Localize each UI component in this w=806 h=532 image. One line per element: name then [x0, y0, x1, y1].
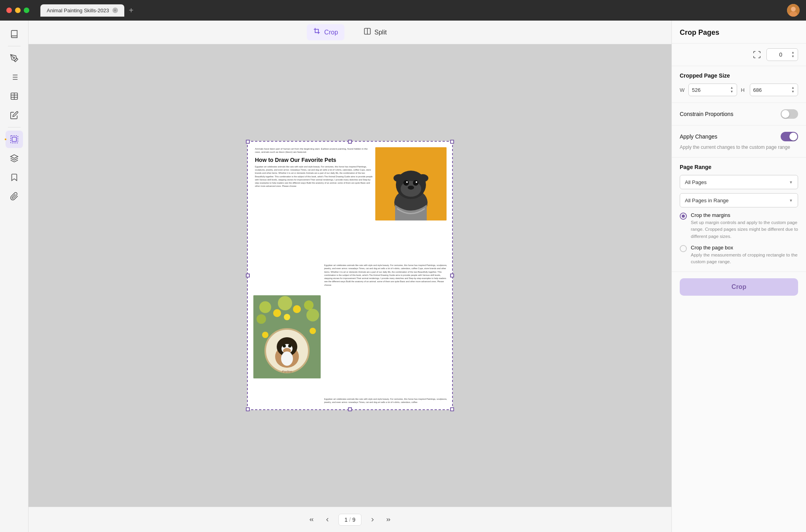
tab-close-button[interactable]: ×: [112, 8, 118, 13]
page-range-dropdown1[interactable]: All Pages ▼: [680, 175, 798, 189]
stepper-up[interactable]: ▲: [791, 51, 795, 54]
constrain-proportions-toggle[interactable]: [781, 109, 798, 119]
svg-rect-14: [10, 136, 17, 143]
sidebar-item-layers[interactable]: [6, 150, 23, 167]
apply-changes-toggle[interactable]: [781, 132, 798, 141]
svg-point-23: [403, 180, 409, 186]
pdf-page: Animals have been part of human art from…: [247, 141, 453, 410]
document-view: Animals have been part of human art from…: [29, 44, 671, 507]
apply-changes-section: Apply Changes Apply the current changes …: [672, 125, 806, 158]
crop-margins-radio[interactable]: [680, 213, 687, 220]
last-page-button[interactable]: [380, 512, 396, 528]
width-stepper-up[interactable]: ▲: [730, 86, 734, 89]
page-offset-input[interactable]: 0 ▲ ▼: [766, 48, 798, 61]
dropdown1-value: All Pages: [685, 179, 707, 185]
height-stepper[interactable]: ▲ ▼: [791, 86, 795, 93]
apply-changes-row: Apply Changes: [680, 132, 798, 141]
traffic-lights: [6, 8, 29, 13]
crop-margins-option[interactable]: Crop the margins Set up margin controls …: [680, 212, 798, 240]
height-value[interactable]: 686: [753, 87, 762, 93]
svg-point-47: [281, 352, 293, 366]
close-button[interactable]: [6, 8, 12, 13]
svg-rect-15: [12, 137, 16, 142]
crop-margins-title: Crop the margins: [691, 212, 798, 218]
top-toolbar: Crop Split: [29, 21, 671, 44]
sidebar-divider-2: [8, 127, 21, 127]
svg-point-26: [416, 181, 417, 183]
minimize-button[interactable]: [15, 8, 21, 13]
crop-page-box-radio[interactable]: [680, 245, 687, 252]
height-stepper-up[interactable]: ▲: [791, 86, 795, 89]
middle-text: Egyptian art celebrates animals like cat…: [324, 264, 448, 287]
crop-page-box-option[interactable]: Crop the page box Apply the measurements…: [680, 245, 798, 266]
apply-toggle-thumb: [789, 133, 797, 141]
crop-margins-text: Crop the margins Set up margin controls …: [691, 212, 798, 240]
sidebar-item-bookmark[interactable]: [6, 169, 23, 186]
crop-button[interactable]: Crop: [680, 278, 798, 296]
svg-point-50: [310, 328, 316, 334]
page-container: Animals have been part of human art from…: [247, 141, 453, 410]
sidebar-divider-1: [8, 46, 21, 46]
svg-point-32: [278, 296, 292, 310]
right-panel: Crop Pages 0 ▲ ▼ Cropped Page Size W: [671, 21, 806, 532]
titlebar: Animal Painting Skills-2023 × +: [0, 0, 806, 21]
page-range-label: Page Range: [680, 164, 798, 170]
height-field: H 686 ▲ ▼: [741, 84, 798, 96]
sidebar-item-list[interactable]: [6, 68, 23, 86]
resize-icon: [751, 48, 763, 61]
width-stepper[interactable]: ▲ ▼: [730, 86, 734, 93]
sidebar-item-book[interactable]: [6, 25, 23, 43]
width-field: W 526 ▲ ▼: [680, 84, 737, 96]
active-tab[interactable]: Animal Painting Skills-2023 ×: [40, 4, 124, 17]
width-input[interactable]: 526 ▲ ▼: [688, 84, 737, 96]
svg-point-27: [408, 186, 414, 190]
crop-toolbar-button[interactable]: Crop: [307, 24, 344, 40]
next-page-button[interactable]: [365, 512, 380, 528]
add-tab-button[interactable]: +: [126, 4, 137, 17]
height-stepper-down[interactable]: ▼: [791, 90, 795, 93]
height-input[interactable]: 686 ▲ ▼: [750, 84, 798, 96]
sidebar-item-pen[interactable]: [6, 49, 23, 67]
sidebar-item-crop[interactable]: [6, 131, 23, 148]
first-page-button[interactable]: [304, 512, 319, 528]
cropped-page-size-section: Cropped Page Size W 526 ▲ ▼ H 686: [672, 66, 806, 103]
app-body: Crop Split: [0, 21, 806, 532]
split-toolbar-label: Split: [374, 29, 387, 36]
crop-page-box-description: Apply the measurements of cropping recta…: [691, 252, 798, 266]
tab-bar: Animal Painting Skills-2023 × +: [40, 4, 137, 17]
stepper-down[interactable]: ▼: [791, 55, 795, 58]
crop-type-radio-group: Crop the margins Set up margin controls …: [680, 212, 798, 265]
sidebar-item-edit[interactable]: [6, 106, 23, 124]
bottom-text: Egyptian art celebrates animals like cat…: [324, 397, 448, 404]
width-stepper-down[interactable]: ▼: [730, 90, 734, 93]
current-page: 1: [344, 517, 348, 523]
dropdown1-arrow: ▼: [789, 180, 793, 184]
dropdown2-value: All Pages in Range: [685, 198, 729, 203]
top-input-row: 0 ▲ ▼: [672, 44, 806, 66]
page-separator: /: [349, 517, 351, 523]
svg-point-25: [406, 181, 408, 183]
bottom-navigation: 1 / 9: [29, 507, 671, 532]
height-label: H: [741, 87, 747, 93]
left-sidebar: [0, 21, 29, 532]
panel-title: Crop Pages: [672, 21, 806, 44]
split-toolbar-button[interactable]: Split: [357, 24, 393, 40]
page-offset-value[interactable]: 0: [770, 51, 791, 58]
crop-margins-description: Set up margin controls and apply to the …: [691, 219, 798, 240]
maximize-button[interactable]: [24, 8, 29, 13]
svg-point-45: [288, 344, 291, 348]
top-dog-image: [375, 147, 447, 220]
prev-page-button[interactable]: [319, 512, 335, 528]
svg-point-35: [306, 309, 319, 321]
total-pages: 9: [352, 517, 355, 523]
svg-point-33: [304, 300, 314, 310]
page-range-section: Page Range All Pages ▼ All Pages in Rang…: [672, 158, 806, 272]
sidebar-item-paperclip[interactable]: [6, 188, 23, 205]
page-range-dropdown2[interactable]: All Pages in Range ▼: [680, 193, 798, 207]
sidebar-item-table[interactable]: [6, 87, 23, 105]
svg-point-38: [284, 314, 290, 320]
page-offset-stepper[interactable]: ▲ ▼: [791, 51, 795, 58]
split-toolbar-icon: [363, 27, 371, 37]
tab-title: Animal Painting Skills-2023: [47, 8, 109, 13]
width-value[interactable]: 526: [692, 87, 701, 93]
